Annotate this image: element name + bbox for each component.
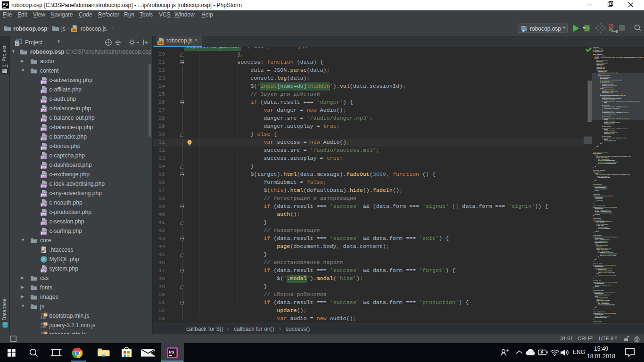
svg-text:PS: PS <box>169 350 174 354</box>
